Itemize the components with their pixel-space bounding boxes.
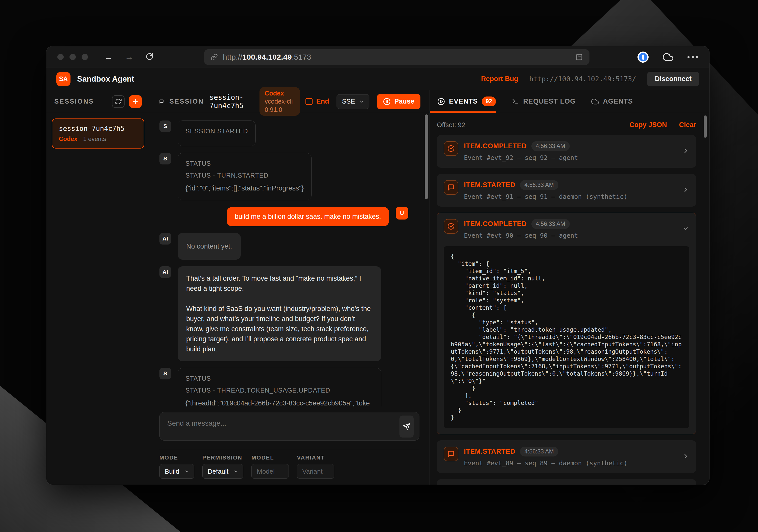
- message-list[interactable]: S SESSION STARTED S STATUS STATUS - TURN…: [150, 113, 430, 407]
- check-circle-icon: [444, 141, 458, 156]
- user-avatar: U: [396, 207, 408, 219]
- send-icon: [403, 423, 410, 430]
- agent-version-badge: Codex vcodex-cli 0.91.0: [259, 87, 300, 116]
- events-offset: Offset: 92: [437, 121, 465, 129]
- model-label: MODEL: [252, 454, 289, 461]
- event-meta: Event #evt_92 – seq 92 – agent: [464, 154, 677, 161]
- check-circle-icon: [444, 219, 458, 234]
- event-time: 4:56:33 AM: [520, 180, 558, 190]
- event-card-expanded[interactable]: ITEM.COMPLETED 4:56:33 AM Event #evt_90 …: [437, 213, 696, 434]
- events-count-badge: 92: [482, 96, 496, 106]
- server-url: http://100.94.102.49:5173/: [529, 75, 636, 83]
- permission-label: PERMISSION: [202, 454, 243, 461]
- assistant-avatar: AI: [159, 266, 171, 278]
- chat-panel: SESSION session-7un4c7h5 Codex vcodex-cl…: [150, 90, 430, 485]
- message-input[interactable]: [160, 412, 419, 440]
- event-card[interactable]: ITEM.COMPLETED 4:56:33 AM Event #evt_88 …: [437, 479, 696, 485]
- tab-request-log[interactable]: REQUEST LOG: [512, 97, 576, 105]
- event-meta: Event #evt_90 – seq 90 – agent: [464, 232, 677, 239]
- chevron-right-icon[interactable]: [682, 453, 689, 461]
- reload-icon[interactable]: [146, 52, 154, 62]
- system-message: S STATUS STATUS - THREAD.TOKEN_USAGE.UPD…: [159, 368, 414, 407]
- cloud-icon: [591, 98, 599, 105]
- model-input[interactable]: [252, 464, 289, 479]
- send-button[interactable]: [399, 416, 414, 438]
- event-type: ITEM.STARTED: [464, 181, 515, 189]
- message-bubble: STATUS STATUS - THREAD.TOKEN_USAGE.UPDAT…: [178, 368, 381, 407]
- message-bubble: SESSION STARTED: [178, 120, 256, 146]
- session-agent: Codex: [59, 135, 77, 142]
- address-bar[interactable]: http://100.94.102.49:5173: [204, 49, 590, 65]
- system-avatar: S: [159, 120, 171, 132]
- system-avatar: S: [159, 153, 171, 164]
- event-list[interactable]: Offset: 92 Copy JSON Clear ITEM.COMPLET: [430, 113, 709, 485]
- event-json-payload: { "item": { "item_id": "itm_5", "native_…: [444, 246, 689, 428]
- event-time: 4:56:33 AM: [520, 447, 558, 456]
- message-bubble: STATUS STATUS - TURN.STARTED {"id":"0","…: [178, 153, 312, 200]
- browser-toolbar: ← → http://100.94.102.49:5173: [46, 46, 709, 68]
- transport-select[interactable]: SSE: [336, 94, 369, 109]
- new-session-button[interactable]: +: [129, 95, 142, 108]
- app-logo: SA: [56, 72, 71, 86]
- mode-label: MODE: [159, 454, 194, 461]
- chat-scrollbar[interactable]: [425, 115, 428, 199]
- browser-extensions: [637, 51, 698, 63]
- event-card[interactable]: ITEM.STARTED 4:56:33 AM Event #evt_91 – …: [437, 174, 696, 207]
- events-scrollbar[interactable]: [704, 116, 707, 138]
- message-bubble: That’s a tall order. To move fast and “m…: [178, 266, 381, 361]
- password-manager-icon[interactable]: [637, 51, 649, 63]
- event-meta: Event #evt_89 – seq 89 – daemon (synthet…: [464, 459, 677, 467]
- chevron-down-icon: [233, 469, 238, 474]
- zoom-window-button[interactable]: [82, 54, 88, 60]
- event-meta: Event #evt_91 – seq 91 – daemon (synthet…: [464, 193, 677, 200]
- chevron-down-icon[interactable]: [682, 225, 689, 233]
- assistant-message: AI No content yet.: [159, 233, 414, 260]
- window-controls: [57, 54, 88, 60]
- refresh-icon: [115, 98, 121, 105]
- end-checkbox[interactable]: [305, 98, 313, 105]
- system-message: S STATUS STATUS - TURN.STARTED {"id":"0"…: [159, 153, 414, 200]
- mode-select[interactable]: Build: [159, 464, 194, 479]
- message-square-icon: [444, 447, 458, 461]
- event-card[interactable]: ITEM.COMPLETED 4:56:33 AM Event #evt_92 …: [437, 135, 696, 168]
- end-session-control[interactable]: End: [305, 97, 329, 105]
- message-square-icon: [444, 180, 458, 195]
- report-bug-link[interactable]: Report Bug: [481, 75, 518, 83]
- reader-mode-icon[interactable]: [575, 53, 583, 61]
- assistant-avatar: AI: [159, 233, 171, 245]
- cloud-icon[interactable]: [663, 52, 673, 62]
- event-time: 4:56:33 AM: [531, 141, 570, 151]
- tab-events[interactable]: EVENTS 92: [437, 96, 496, 106]
- refresh-sessions-button[interactable]: [112, 95, 124, 108]
- event-type: ITEM.STARTED: [464, 448, 515, 455]
- session-event-count: 1 events: [83, 135, 106, 142]
- browser-nav: ← →: [104, 52, 154, 62]
- browser-menu-icon[interactable]: [687, 56, 698, 58]
- minimize-window-button[interactable]: [69, 54, 76, 60]
- disconnect-button[interactable]: Disconnect: [647, 72, 699, 86]
- variant-input[interactable]: [297, 464, 334, 479]
- close-window-button[interactable]: [57, 54, 64, 60]
- session-header-name: session-7un4c7h5: [209, 93, 252, 110]
- link-icon: [211, 53, 218, 61]
- tab-agents[interactable]: AGENTS: [591, 97, 633, 105]
- chevron-right-icon[interactable]: [682, 147, 689, 155]
- session-list-item[interactable]: session-7un4c7h5 Codex 1 events: [52, 118, 144, 149]
- session-label: SESSION: [170, 97, 204, 105]
- permission-select[interactable]: Default: [202, 464, 243, 479]
- user-message: build me a billion dollar saas. make no …: [159, 207, 414, 226]
- copy-json-button[interactable]: Copy JSON: [629, 121, 667, 129]
- system-message: S SESSION STARTED: [159, 120, 414, 146]
- message-bubble: build me a billion dollar saas. make no …: [227, 207, 389, 226]
- pause-icon: [383, 98, 391, 105]
- events-panel: EVENTS 92 REQUEST LOG AGENTS: [430, 90, 709, 485]
- event-card[interactable]: ITEM.STARTED 4:56:33 AM Event #evt_89 – …: [437, 440, 696, 473]
- chevron-right-icon[interactable]: [682, 186, 689, 194]
- pause-button[interactable]: Pause: [377, 94, 421, 109]
- clear-events-button[interactable]: Clear: [679, 121, 696, 129]
- forward-icon[interactable]: →: [125, 52, 133, 62]
- back-icon[interactable]: ←: [104, 52, 113, 62]
- event-time: 4:56:33 AM: [531, 219, 570, 229]
- play-circle-icon: [437, 98, 445, 105]
- system-avatar: S: [159, 368, 171, 380]
